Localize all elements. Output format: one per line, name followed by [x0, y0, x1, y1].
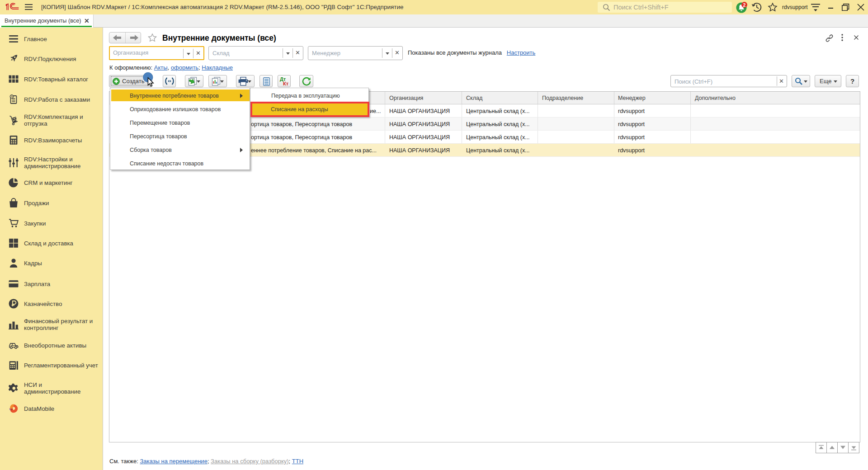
svg-text:2: 2: [743, 2, 746, 8]
